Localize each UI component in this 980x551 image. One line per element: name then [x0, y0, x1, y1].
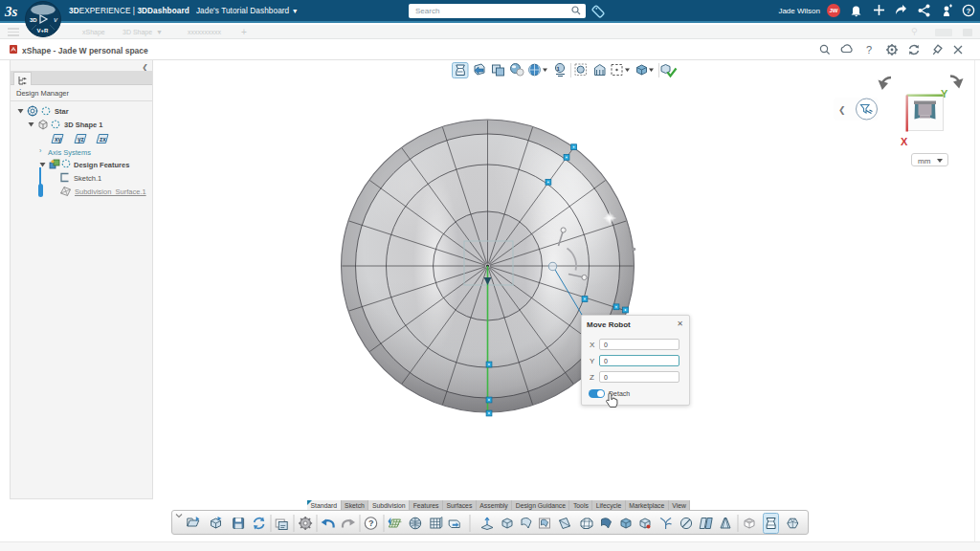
- svg-text:?: ?: [368, 518, 374, 528]
- svg-text:❮: ❮: [838, 105, 846, 116]
- svg-text:V+R: V+R: [37, 28, 50, 33]
- svg-text:X: X: [901, 136, 908, 147]
- svg-text:3s: 3s: [4, 4, 18, 19]
- svg-text:xy: xy: [55, 136, 62, 143]
- svg-text:zx: zx: [100, 136, 106, 143]
- svg-text:3D: 3D: [30, 17, 37, 23]
- svg-text:?: ?: [967, 7, 971, 15]
- svg-text:?: ?: [866, 44, 872, 55]
- svg-text:yz: yz: [78, 136, 85, 143]
